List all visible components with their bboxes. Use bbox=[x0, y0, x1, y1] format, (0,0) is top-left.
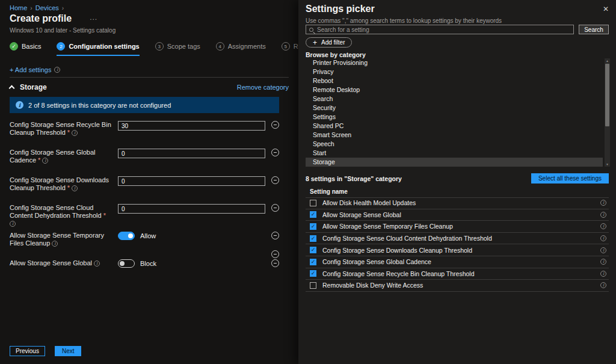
remove-category-link[interactable]: Remove category bbox=[237, 84, 289, 91]
setting-label-text: Config Storage Sense Recycle Bin Cleanup… bbox=[10, 121, 111, 136]
category-item[interactable]: Settings bbox=[306, 113, 603, 122]
setting-row: Config Storage Sense Recycle Bin Cleanup… bbox=[10, 121, 279, 138]
required-asterisk: * bbox=[66, 129, 70, 136]
setting-label: Allow Storage Sense Global * i bbox=[10, 259, 118, 267]
category-item[interactable]: Reboot bbox=[306, 76, 603, 85]
wizard-step-tab[interactable]: 3 Scope tags bbox=[155, 42, 200, 56]
category-item[interactable]: Privacy bbox=[306, 67, 603, 76]
remove-setting-icon[interactable] bbox=[271, 259, 279, 267]
panel-subtitle: Use commas "," among search terms to loo… bbox=[306, 17, 502, 24]
setting-checkbox[interactable] bbox=[310, 223, 316, 230]
close-icon[interactable]: ✕ bbox=[603, 5, 609, 13]
category-item[interactable]: Search bbox=[306, 94, 603, 103]
category-title: Storage bbox=[20, 83, 47, 91]
add-filter-button[interactable]: + Add filter bbox=[306, 37, 352, 48]
info-icon[interactable]: i bbox=[600, 235, 606, 241]
wizard-step-tab[interactable]: 2 Configuration settings bbox=[57, 42, 139, 56]
step-status-icon: 5 bbox=[282, 42, 290, 51]
chevron-right-icon: › bbox=[62, 5, 64, 11]
step-status-icon: 4 bbox=[216, 42, 224, 51]
wizard-step-tab[interactable]: 4 Assignments bbox=[216, 42, 266, 56]
search-button[interactable]: Search bbox=[579, 25, 609, 34]
category-item[interactable]: Speech bbox=[306, 140, 603, 149]
toggle-switch[interactable] bbox=[118, 232, 135, 240]
setting-value-input[interactable] bbox=[118, 204, 265, 214]
category-item[interactable]: Start bbox=[306, 149, 603, 158]
setting-checkbox[interactable] bbox=[310, 282, 316, 289]
scroll-down-arrow-icon[interactable]: ▼ bbox=[606, 162, 609, 167]
add-settings-label: + Add settings bbox=[10, 66, 51, 73]
setting-name: Allow Storage Sense Temporary Files Clea… bbox=[322, 223, 453, 230]
picker-setting-row[interactable]: Config Storage Sense Cloud Content Dehyd… bbox=[306, 233, 609, 245]
category-item[interactable]: Smart Screen bbox=[306, 131, 603, 140]
setting-control: 0 bbox=[118, 176, 271, 186]
info-icon[interactable]: i bbox=[600, 259, 606, 265]
previous-button[interactable]: Previous bbox=[10, 346, 45, 356]
setting-name: Removable Disk Deny Write Access bbox=[322, 282, 423, 289]
info-banner: i 2 of 8 settings in this category are n… bbox=[10, 97, 279, 113]
results-row: 8 settings in "Storage" category Select … bbox=[306, 173, 609, 184]
toggle-state-label: Block bbox=[140, 260, 156, 267]
info-icon: i bbox=[72, 185, 78, 191]
select-all-button[interactable]: Select all these settings bbox=[531, 173, 609, 184]
setting-checkbox[interactable] bbox=[310, 211, 316, 218]
info-icon[interactable]: i bbox=[600, 212, 606, 218]
category-item[interactable]: Remote Desktop bbox=[306, 85, 603, 94]
picker-setting-row[interactable]: Config Storage Sense Recycle Bin Cleanup… bbox=[306, 268, 609, 280]
setting-value-input[interactable] bbox=[118, 176, 265, 186]
more-options-icon[interactable]: ... bbox=[90, 13, 97, 22]
toggle-knob bbox=[120, 261, 125, 266]
setting-control: Block bbox=[118, 259, 271, 268]
info-icon[interactable]: i bbox=[600, 223, 606, 229]
remove-setting-icon[interactable] bbox=[271, 232, 279, 239]
info-icon[interactable]: i bbox=[600, 282, 606, 288]
remove-setting-icon[interactable] bbox=[271, 250, 279, 258]
remove-setting-icon[interactable] bbox=[271, 121, 279, 129]
toggle-knob bbox=[128, 233, 133, 238]
results-heading: 8 settings in "Storage" category bbox=[306, 175, 402, 182]
category-item[interactable]: Security bbox=[306, 103, 603, 113]
required-asterisk: * bbox=[66, 184, 70, 191]
category-item[interactable]: Storage bbox=[306, 158, 603, 167]
scrollbar[interactable]: ▲ ▼ bbox=[605, 58, 610, 167]
picker-setting-row[interactable]: Config Storage Sense Global Cadence i bbox=[306, 256, 609, 268]
picker-setting-row[interactable]: Allow Storage Sense Global i bbox=[306, 209, 609, 221]
picker-setting-row[interactable]: Config Storage Sense Downloads Cleanup T… bbox=[306, 244, 609, 256]
setting-value-input[interactable] bbox=[118, 149, 265, 158]
panel-header: Settings picker ✕ bbox=[306, 4, 609, 14]
setting-checkbox[interactable] bbox=[310, 270, 316, 277]
scrollbar-thumb[interactable] bbox=[605, 64, 609, 126]
toggle-switch[interactable] bbox=[118, 259, 135, 268]
setting-name: Config Storage Sense Downloads Cleanup T… bbox=[322, 247, 472, 254]
setting-value-input[interactable] bbox=[118, 121, 265, 131]
setting-checkbox[interactable] bbox=[310, 235, 316, 242]
remove-setting-icon[interactable] bbox=[271, 204, 279, 212]
setting-checkbox[interactable] bbox=[310, 259, 316, 265]
category-item[interactable]: Printer Provisioning bbox=[306, 58, 603, 67]
setting-name: Config Storage Sense Recycle Bin Cleanup… bbox=[322, 270, 475, 277]
breadcrumb-link[interactable]: Devices bbox=[35, 4, 59, 11]
wizard-step-tab[interactable]: ✓ Basics bbox=[10, 42, 41, 56]
setting-name: Config Storage Sense Cloud Content Dehyd… bbox=[322, 235, 492, 242]
collapse-chevron-icon[interactable] bbox=[9, 85, 15, 91]
picker-setting-row[interactable]: Allow Disk Health Model Updates i bbox=[306, 197, 609, 209]
category-item[interactable]: Shared PC bbox=[306, 122, 603, 131]
picker-setting-row[interactable]: Allow Storage Sense Temporary Files Clea… bbox=[306, 221, 609, 233]
step-label: Assignments bbox=[228, 43, 266, 50]
setting-checkbox[interactable] bbox=[310, 200, 316, 206]
remove-setting-icon[interactable] bbox=[271, 149, 279, 156]
info-icon[interactable]: i bbox=[600, 271, 606, 277]
breadcrumb-link[interactable]: Home bbox=[10, 4, 27, 11]
add-settings-link[interactable]: + Add settings i bbox=[10, 66, 60, 73]
scroll-up-arrow-icon[interactable]: ▲ bbox=[606, 58, 609, 63]
next-button[interactable]: Next bbox=[55, 346, 82, 356]
info-icon: i bbox=[52, 241, 58, 247]
setting-label: Config Storage Sense Downloads Cleanup T… bbox=[10, 176, 118, 192]
setting-checkbox[interactable] bbox=[310, 247, 316, 253]
picker-setting-row[interactable]: Removable Disk Deny Write Access i bbox=[306, 280, 609, 292]
info-icon[interactable]: i bbox=[600, 247, 606, 253]
info-icon[interactable]: i bbox=[600, 200, 606, 206]
search-input[interactable] bbox=[317, 26, 570, 33]
remove-setting-icon[interactable] bbox=[271, 176, 279, 184]
info-icon: i bbox=[16, 101, 23, 109]
